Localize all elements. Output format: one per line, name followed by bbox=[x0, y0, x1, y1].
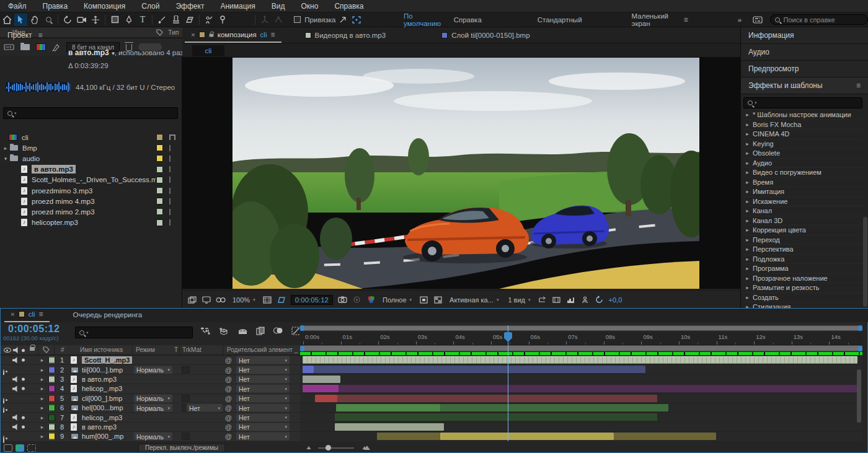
t-switch[interactable] bbox=[182, 366, 190, 373]
preview-panel-header[interactable]: Предпросмотр bbox=[741, 61, 868, 77]
chevron-right-icon[interactable]: ▸ bbox=[745, 121, 750, 128]
layer-row-7[interactable]: ▸7♪helicop_.mp3@Нет▾ bbox=[1, 413, 300, 422]
pan-behind-tool-icon[interactable] bbox=[89, 14, 102, 26]
magnification-select[interactable]: 100%▾ bbox=[230, 296, 258, 304]
workspace-overflow[interactable]: » bbox=[732, 16, 748, 24]
new-composition-icon[interactable] bbox=[36, 43, 46, 51]
effects-category-Obsolete[interactable]: ▸Obsolete bbox=[741, 149, 864, 159]
chevron-right-icon[interactable]: ▸ bbox=[745, 218, 750, 224]
layer-duration-bar[interactable] bbox=[440, 404, 668, 411]
solo-toggle[interactable] bbox=[22, 425, 25, 428]
parent-column-label[interactable]: Родительский элемент _ bbox=[227, 346, 298, 353]
effects-category-Коррекция цвета[interactable]: ▸Коррекция цвета bbox=[741, 226, 864, 235]
chevron-right-icon[interactable]: ▸ bbox=[745, 208, 750, 214]
selection-tool-icon[interactable] bbox=[14, 14, 27, 26]
shy-layers-icon[interactable] bbox=[237, 327, 248, 335]
layer-bar-row-3[interactable] bbox=[300, 375, 862, 384]
layer-bar-row-1[interactable] bbox=[300, 356, 862, 365]
parent-pickwhip-icon[interactable]: @ bbox=[225, 423, 232, 431]
effects-category-Время[interactable]: ▸Время bbox=[741, 178, 864, 188]
label-column-icon[interactable] bbox=[156, 29, 163, 36]
layer-duration-bar[interactable] bbox=[335, 413, 657, 421]
camera-tool-icon[interactable] bbox=[76, 14, 88, 26]
layer-bar-row-5[interactable] bbox=[300, 394, 862, 403]
navigator-end-handle[interactable] bbox=[858, 325, 862, 331]
source-name-column-label[interactable]: Имя источника bbox=[80, 346, 123, 353]
menu-item-Слой[interactable]: Слой bbox=[133, 0, 167, 12]
chevron-right-icon[interactable]: ▸ bbox=[2, 145, 9, 151]
chevron-right-icon[interactable]: ▸ bbox=[39, 405, 45, 411]
project-row-audio[interactable]: ▾audio bbox=[0, 153, 182, 164]
effects-category-Подложка[interactable]: ▸Подложка bbox=[741, 255, 864, 265]
effects-category-Прозрачное наложение[interactable]: ▸Прозрачное наложение bbox=[741, 274, 864, 284]
parent-pickwhip-icon[interactable]: @ bbox=[225, 376, 232, 383]
timeline-tab-cli[interactable]: × cli ≡ bbox=[4, 307, 50, 322]
current-timecode[interactable]: 0:00:05:12 bbox=[8, 323, 60, 335]
parent-pickwhip-icon[interactable]: @ bbox=[225, 385, 232, 392]
menu-item-Эффект[interactable]: Эффект bbox=[167, 0, 212, 12]
close-icon[interactable]: × bbox=[11, 310, 15, 318]
reset-exposure-icon[interactable] bbox=[595, 296, 604, 304]
parent-select[interactable]: Нет▾ bbox=[236, 433, 290, 441]
snap-toggle[interactable]: Привязка bbox=[294, 16, 335, 24]
chevron-right-icon[interactable]: ▸ bbox=[745, 160, 750, 166]
chevron-right-icon[interactable]: ▸ bbox=[39, 395, 45, 402]
exposure-histogram-icon[interactable] bbox=[566, 296, 576, 304]
layer-name[interactable]: в авто.mp3 bbox=[82, 423, 117, 431]
effects-search-input[interactable]: ▾ bbox=[743, 97, 862, 108]
label-color-chip[interactable] bbox=[156, 155, 163, 162]
grid-guides-icon[interactable] bbox=[262, 296, 272, 304]
project-row-helicopter.mp3[interactable]: ♪helicopter.mp3 bbox=[0, 218, 182, 228]
audio-toggle[interactable] bbox=[12, 385, 19, 392]
channels-icon[interactable] bbox=[366, 296, 376, 304]
chevron-right-icon[interactable]: ▸ bbox=[745, 284, 750, 291]
chevron-right-icon[interactable]: ▸ bbox=[39, 415, 45, 421]
layer-color-chip[interactable] bbox=[48, 395, 55, 402]
time-ruler[interactable]: 0:00s01s02s03s04s05s06s07s08s09s10s11s12… bbox=[300, 332, 862, 345]
solo-toggle[interactable] bbox=[22, 359, 25, 362]
project-row-proezd mimo 2.mp3[interactable]: ♪proezd mimo 2.mp3 bbox=[0, 206, 182, 217]
show-snapshot-icon[interactable] bbox=[352, 296, 361, 304]
expand-layer-switches-icon[interactable] bbox=[4, 444, 12, 452]
audio-toggle[interactable] bbox=[12, 357, 19, 363]
viewer-tab-1[interactable]: Видеоряд в авто.mp3 bbox=[299, 28, 392, 43]
t-column-label[interactable]: T bbox=[174, 346, 178, 353]
navigator-start-handle[interactable] bbox=[300, 325, 304, 331]
snap-checkbox[interactable] bbox=[294, 16, 301, 23]
render-queue-tab[interactable]: Очередь рендеринга bbox=[67, 307, 149, 322]
blend-mode-select[interactable]: Нормаль▾ bbox=[134, 404, 172, 412]
effects-category-Стилизация[interactable]: ▸Стилизация bbox=[741, 302, 864, 308]
solo-toggle[interactable] bbox=[22, 416, 25, 419]
layer-name[interactable]: hum[000_.mp bbox=[82, 433, 123, 440]
project-row-proezdmimo 3.mp3[interactable]: ♪proezdmimo 3.mp3 bbox=[0, 185, 182, 196]
layer-row-1[interactable]: ▸1♪Scott_H_.mp3@Нет▾ bbox=[1, 356, 300, 365]
layer-duration-bar[interactable] bbox=[315, 395, 337, 402]
chevron-right-icon[interactable]: ▸ bbox=[745, 227, 750, 233]
trash-icon[interactable] bbox=[126, 44, 132, 51]
menu-item-Файл[interactable]: Файл bbox=[0, 0, 35, 12]
expand-transfer-controls-icon[interactable] bbox=[16, 444, 24, 452]
layer-row-5[interactable]: ▸5cli[000_].bmpНормаль▾@Нет▾ bbox=[1, 394, 300, 403]
type-tool-icon[interactable]: T bbox=[136, 14, 149, 26]
effects-panel-header[interactable]: Эффекты и шаблоны ≡ bbox=[741, 77, 868, 94]
parent-pickwhip-icon[interactable]: @ bbox=[225, 414, 232, 421]
parent-select[interactable]: Нет▾ bbox=[236, 394, 290, 402]
region-of-interest-icon[interactable] bbox=[418, 296, 428, 304]
project-row-Scott_Holmes_-_Driven_To_Success.mp3[interactable]: ♪Scott_Holmes_-_Driven_To_Success.mp3 bbox=[0, 175, 182, 185]
parent-select[interactable]: Нет▾ bbox=[236, 404, 290, 412]
menu-item-Вид[interactable]: Вид bbox=[264, 0, 293, 12]
layer-duration-bar[interactable] bbox=[614, 433, 716, 440]
expand-inout-columns-icon[interactable] bbox=[27, 444, 36, 452]
layer-color-chip[interactable] bbox=[48, 366, 55, 373]
effects-category-Переход[interactable]: ▸Переход bbox=[741, 235, 864, 245]
project-row-proezd mimo 4.mp3[interactable]: ♪proezd mimo 4.mp3 bbox=[0, 196, 182, 206]
toggle-switches-modes-button[interactable]: Перекл. выключ./режимы bbox=[138, 444, 225, 452]
chevron-right-icon[interactable]: ▸ bbox=[745, 265, 750, 271]
layer-bar-row-4[interactable] bbox=[300, 384, 862, 394]
project-panel-menu-icon[interactable]: ≡ bbox=[38, 31, 43, 40]
trkmat-select[interactable]: Нет▾ bbox=[187, 404, 223, 412]
chevron-right-icon[interactable]: ▸ bbox=[39, 357, 45, 363]
label-color-chip[interactable] bbox=[156, 134, 163, 141]
label-color-chip[interactable] bbox=[156, 177, 163, 183]
viewer-tab-2[interactable]: Слой tii[0000-0150].bmp bbox=[435, 28, 536, 43]
